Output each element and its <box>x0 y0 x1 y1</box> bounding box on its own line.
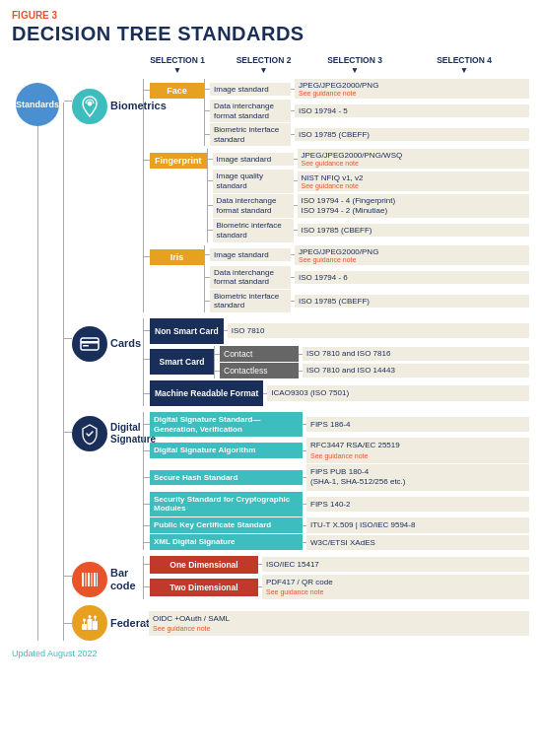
col-header-sel2: SELECTION 2 ▼ <box>217 55 310 75</box>
digital-signature-icon <box>72 416 107 451</box>
svg-rect-8 <box>94 573 96 586</box>
shs-row: Secure Hash Standard FIPS PUB 180-4(SHA-… <box>144 464 529 491</box>
figure-label: FIGURE 3 <box>12 10 529 21</box>
svg-rect-12 <box>93 621 98 630</box>
federation-section: Federation OIDC +OAuth / SAMLSee guidanc… <box>64 605 529 641</box>
cards-label: Cards <box>110 337 141 350</box>
svg-rect-2 <box>81 341 99 344</box>
biometrics-icon <box>72 89 107 124</box>
iris-biometric-row: Biometric interface standard ISO 19785 (… <box>205 290 529 312</box>
cards-section: Cards Non Smart Card ISO 7810 <box>64 318 529 406</box>
dsa-row: Digital Signature Algorithm RFC3447 RSA/… <box>144 438 529 462</box>
face-image-row: Image standard JPEG/JPEG2000/PNGSee guid… <box>205 79 529 99</box>
dss-row: Digital Signature Standard—Generation, V… <box>144 412 529 437</box>
svg-rect-6 <box>88 573 90 586</box>
fp-image-row: Image standard JPEG/JPEG2000/PNG/WSQSee … <box>208 149 530 169</box>
machine-readable-row: Machine Readable Format ICAO9303 (ISO 75… <box>144 380 529 406</box>
svg-point-14 <box>89 615 92 618</box>
federation-icon <box>72 605 107 641</box>
non-smart-card-row: Non Smart Card ISO 7810 <box>144 318 529 344</box>
svg-point-13 <box>83 619 86 622</box>
pkcs-row: Public Key Certificate Standard ITU-T X.… <box>144 517 529 533</box>
face-tag: Face <box>150 83 204 99</box>
xmlds-row: XML Digital Signature W3C/ETSI XAdES <box>144 534 529 550</box>
fp-data-row: Data interchange format standard ISO 197… <box>208 194 530 219</box>
face-biometric-row: Biometric interface standard ISO 19785 (… <box>205 123 529 146</box>
iris-tag: Iris <box>150 249 204 265</box>
page: FIGURE 3 DECISION TREE STANDARDS SELECTI… <box>12 10 529 658</box>
one-dimensional-row: One Dimensional ISO/IEC 15417 <box>144 556 529 574</box>
svg-rect-5 <box>86 573 87 586</box>
col-header-sel3: SELECTION 3 ▼ <box>310 55 399 75</box>
sscm-row: Security Standard for Cryptographic Modu… <box>144 492 529 516</box>
svg-rect-9 <box>97 573 98 586</box>
svg-rect-3 <box>83 345 89 347</box>
contact-row: Contact ISO 7810 and ISO 7816 <box>215 346 529 362</box>
svg-point-0 <box>88 102 93 106</box>
fingerprint-group: Fingerprint Image standard JPEG/JPEG2000… <box>144 149 529 241</box>
svg-rect-7 <box>92 573 93 586</box>
fp-biometric-row: Biometric interface standard ISO 19785 (… <box>208 219 530 241</box>
barcode-icon <box>72 562 107 597</box>
standards-label: Standards <box>16 100 59 110</box>
digital-signature-section: Digital Signature Digital Signature Stan… <box>64 412 529 550</box>
face-group: Face Image standard JPEG/JPEG20 <box>144 79 529 146</box>
iris-group: Iris Image standard JPEG/JPEG2000/PNGSee… <box>144 245 529 312</box>
iris-data-row: Data interchange format standard ISO 197… <box>205 266 529 289</box>
col-header-sel1: SELECTION 1 ▼ <box>138 55 217 75</box>
smart-card-group: Smart Card Contact ISO 7810 and ISO 7816 <box>144 346 529 378</box>
fp-quality-row: Image quality standard NIST NFIQ v1, v2S… <box>208 170 530 192</box>
fingerprint-tag: Fingerprint <box>150 153 207 169</box>
iris-image-row: Image standard JPEG/JPEG2000/PNGSee guid… <box>205 245 529 265</box>
svg-rect-4 <box>82 573 84 586</box>
svg-rect-10 <box>82 624 87 630</box>
updated-note: Updated August 2022 <box>12 649 529 658</box>
two-dimensional-row: Two Dimensional PDF417 / QR codeSee guid… <box>144 575 529 599</box>
barcode-label: Bar code <box>110 567 143 592</box>
svg-point-15 <box>94 616 97 619</box>
barcode-section: Bar code One Dimensional ISO/IEC 15417 <box>64 556 529 599</box>
col-header-sel4: SELECTION 4 ▼ <box>399 55 529 75</box>
biometrics-section: Biometrics Face <box>64 79 529 312</box>
svg-rect-1 <box>81 338 99 350</box>
svg-rect-11 <box>88 619 93 630</box>
standards-circle: Standards <box>16 83 59 126</box>
page-title: DECISION TREE STANDARDS <box>12 23 529 45</box>
cards-icon <box>72 326 107 362</box>
contactless-row: Contactless ISO 7810 and ISO 14443 <box>215 363 529 378</box>
face-data-row: Data interchange format standard ISO 197… <box>205 100 529 122</box>
